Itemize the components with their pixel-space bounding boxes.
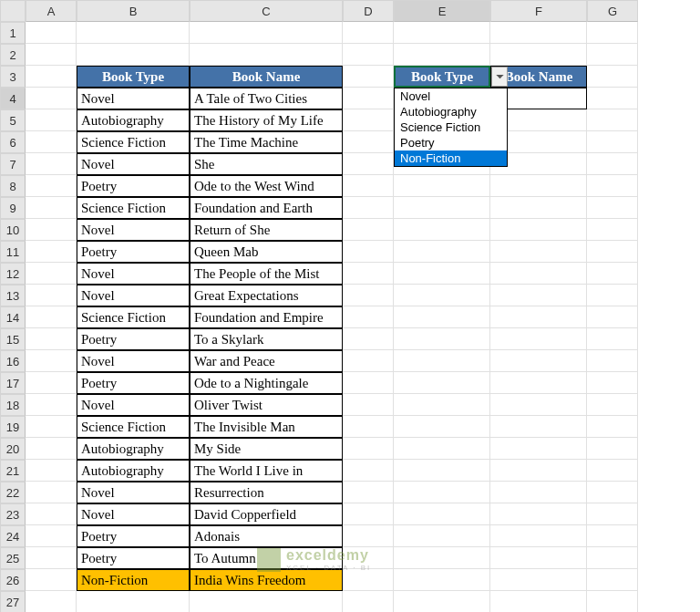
cell-A16[interactable] [26,350,77,372]
cell-F16[interactable] [490,350,587,372]
cell-D27[interactable] [343,591,394,612]
cell-D11[interactable] [343,241,394,263]
table1-cell[interactable]: Adonais [190,525,343,547]
cell-E13[interactable] [394,285,490,306]
table2-header-0[interactable]: Book Type [394,66,490,88]
cell-G1[interactable] [587,22,638,44]
cell-G16[interactable] [587,350,638,372]
cell-G10[interactable] [587,219,638,241]
table1-cell[interactable]: Novel [77,285,190,306]
cell-E16[interactable] [394,350,490,372]
dropdown-button[interactable] [491,67,508,87]
table1-cell[interactable]: Ode to a Nightingale [190,372,343,394]
cell-A10[interactable] [26,219,77,241]
cell-B27[interactable] [77,591,190,612]
table1-cell[interactable]: Ode to the West Wind [190,175,343,197]
cell-A9[interactable] [26,197,77,219]
row-header-7[interactable]: 7 [0,153,26,175]
cell-G22[interactable] [587,482,638,503]
table1-cell[interactable]: Poetry [77,241,190,263]
cell-E24[interactable] [394,525,490,547]
cell-E15[interactable] [394,328,490,350]
cell-D26[interactable] [343,569,394,591]
table1-cell[interactable]: Autobiography [77,109,190,131]
cell-F2[interactable] [490,44,587,66]
cell-G27[interactable] [587,591,638,612]
cell-D19[interactable] [343,416,394,438]
table1-header-0[interactable]: Book Type [77,66,190,88]
table1-cell[interactable]: Poetry [77,328,190,350]
cell-F18[interactable] [490,394,587,416]
cell-D7[interactable] [343,153,394,175]
cell-D10[interactable] [343,219,394,241]
cell-G3[interactable] [587,66,638,88]
col-header-C[interactable]: C [190,0,343,22]
cell-B2[interactable] [77,44,190,66]
table1-cell[interactable]: To a Skylark [190,328,343,350]
row-header-16[interactable]: 16 [0,350,26,372]
cell-F26[interactable] [490,569,587,591]
col-header-D[interactable]: D [343,0,394,22]
cell-D20[interactable] [343,438,394,460]
spreadsheet-grid[interactable]: ABCDEFG123Book TypeBook NameBook TypeBoo… [0,0,700,612]
cell-G17[interactable] [587,372,638,394]
table1-cell[interactable]: Poetry [77,525,190,547]
row-header-20[interactable]: 20 [0,438,26,460]
cell-A2[interactable] [26,44,77,66]
table1-cell[interactable]: Great Expectations [190,285,343,306]
table1-cell[interactable]: Autobiography [77,438,190,460]
cell-A17[interactable] [26,372,77,394]
cell-D24[interactable] [343,525,394,547]
table1-cell[interactable]: Science Fiction [77,416,190,438]
cell-A27[interactable] [26,591,77,612]
cell-A1[interactable] [26,22,77,44]
cell-F23[interactable] [490,503,587,525]
cell-E17[interactable] [394,372,490,394]
cell-D2[interactable] [343,44,394,66]
cell-E25[interactable] [394,547,490,569]
cell-E2[interactable] [394,44,490,66]
table1-cell[interactable]: She [190,153,343,175]
cell-A6[interactable] [26,131,77,153]
table1-cell[interactable]: Novel [77,88,190,109]
cell-A13[interactable] [26,285,77,306]
cell-E14[interactable] [394,306,490,328]
dropdown-option[interactable]: Novel [395,88,507,104]
cell-F19[interactable] [490,416,587,438]
cell-E10[interactable] [394,219,490,241]
cell-G6[interactable] [587,131,638,153]
row-header-18[interactable]: 18 [0,394,26,416]
table1-cell[interactable]: Novel [77,482,190,503]
cell-D8[interactable] [343,175,394,197]
cell-F10[interactable] [490,219,587,241]
table1-cell[interactable]: Novel [77,350,190,372]
table1-cell[interactable]: Poetry [77,547,190,569]
cell-F15[interactable] [490,328,587,350]
cell-A12[interactable] [26,263,77,285]
col-header-B[interactable]: B [77,0,190,22]
cell-E20[interactable] [394,438,490,460]
cell-E21[interactable] [394,460,490,482]
cell-G19[interactable] [587,416,638,438]
cell-A24[interactable] [26,525,77,547]
dropdown-option[interactable]: Autobiography [395,104,507,119]
table1-cell[interactable]: My Side [190,438,343,460]
col-header-A[interactable]: A [26,0,77,22]
cell-A4[interactable] [26,88,77,109]
cell-F17[interactable] [490,372,587,394]
table1-cell[interactable]: Poetry [77,175,190,197]
cell-G26[interactable] [587,569,638,591]
cell-G23[interactable] [587,503,638,525]
cell-E9[interactable] [394,197,490,219]
row-header-15[interactable]: 15 [0,328,26,350]
dropdown-option[interactable]: Science Fiction [395,119,507,135]
table1-header-1[interactable]: Book Name [190,66,343,88]
cell-E19[interactable] [394,416,490,438]
cell-A20[interactable] [26,438,77,460]
table1-cell[interactable]: Novel [77,153,190,175]
cell-E18[interactable] [394,394,490,416]
cell-G4[interactable] [587,88,638,109]
table1-cell[interactable]: The People of the Mist [190,263,343,285]
cell-E11[interactable] [394,241,490,263]
row-header-22[interactable]: 22 [0,482,26,503]
